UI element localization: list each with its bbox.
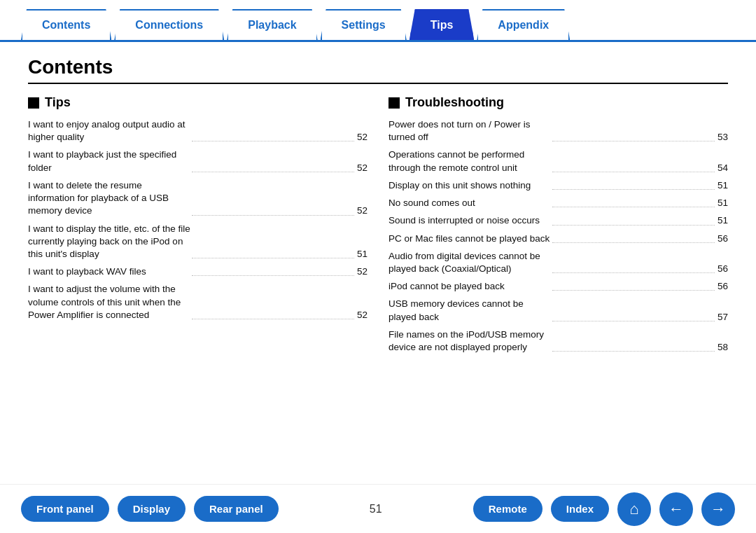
item-page: 52: [357, 309, 368, 321]
item-page: 51: [718, 214, 728, 227]
item-page: 52: [357, 162, 368, 174]
item-page: 52: [357, 265, 368, 278]
troubleshooting-header: Troubleshooting: [388, 95, 728, 110]
item-page: 52: [357, 205, 368, 217]
item-text: No sound comes out: [388, 197, 551, 209]
tips-section: Tips I want to enjoy analog output audio…: [28, 95, 368, 359]
troubleshooting-icon: [388, 97, 400, 109]
dots: [552, 172, 715, 172]
item-text: File names on the iPod/USB memory device…: [388, 328, 551, 354]
dots: [552, 207, 715, 207]
item-text: Operations cannot be performed through t…: [388, 148, 551, 174]
item-text: iPod cannot be played back: [388, 280, 551, 293]
item-page: 56: [718, 263, 728, 275]
list-item: I want to playback WAV files 52: [28, 265, 368, 278]
tab-playback[interactable]: Playback: [227, 9, 317, 40]
dots: [192, 319, 354, 319]
item-text: USB memory devices cannot be played back: [388, 298, 551, 323]
bottom-right-buttons: Remote Index ⌂ ← →: [473, 492, 735, 526]
tips-header: Tips: [28, 95, 368, 110]
troubleshooting-list: Power does not turn on / Power is turned…: [388, 118, 728, 354]
dots: [552, 290, 715, 291]
list-item: I want to display the title, etc. of the…: [28, 223, 368, 261]
item-page: 56: [718, 233, 728, 245]
item-page: 57: [718, 311, 728, 324]
item-page: 56: [718, 280, 728, 293]
item-text: I want to display the title, etc. of the…: [28, 223, 190, 261]
dots: [192, 275, 354, 276]
dots: [552, 321, 715, 321]
list-item: I want to enjoy analog output audio at h…: [28, 118, 368, 144]
item-page: 51: [357, 248, 368, 261]
dots: [192, 172, 354, 172]
rear-panel-button[interactable]: Rear panel: [194, 496, 279, 522]
tab-connections[interactable]: Connections: [114, 9, 224, 40]
dots: [192, 215, 354, 216]
item-page: 54: [718, 162, 728, 174]
index-button[interactable]: Index: [551, 496, 609, 522]
item-text: Display on this unit shows nothing: [388, 179, 551, 192]
home-button[interactable]: ⌂: [617, 492, 651, 526]
item-page: 51: [718, 197, 728, 209]
dots: [552, 272, 715, 273]
bottom-navigation: Front panel Display Rear panel 51 Remote…: [0, 484, 756, 533]
dots: [552, 189, 715, 190]
item-text: PC or Mac files cannot be played back: [388, 233, 551, 245]
item-page: 51: [718, 179, 728, 192]
tab-settings[interactable]: Settings: [321, 9, 407, 40]
list-item: PC or Mac files cannot be played back 56: [388, 233, 728, 245]
page-number: 51: [370, 503, 382, 515]
item-text: I want to adjust the volume with the vol…: [28, 283, 190, 321]
item-text: Power does not turn on / Power is turned…: [388, 118, 551, 144]
tab-appendix[interactable]: Appendix: [477, 9, 570, 40]
list-item: I want to delete the resume information …: [28, 179, 368, 218]
forward-button[interactable]: →: [701, 492, 735, 526]
dots: [552, 242, 715, 243]
troubleshooting-title: Troubleshooting: [405, 95, 504, 110]
page-title: Contents: [28, 56, 728, 84]
remote-button[interactable]: Remote: [473, 496, 542, 522]
item-page: 58: [718, 341, 728, 354]
top-navigation: Contents Connections Playback Settings T…: [0, 0, 756, 42]
tips-title: Tips: [45, 95, 71, 110]
display-button[interactable]: Display: [118, 496, 186, 522]
forward-icon: →: [710, 500, 726, 518]
item-text: Sound is interrupted or noise occurs: [388, 214, 551, 227]
list-item: I want to playback just the specified fo…: [28, 148, 368, 174]
dots: [192, 141, 354, 141]
item-page: 52: [357, 131, 368, 144]
tab-tips[interactable]: Tips: [410, 9, 475, 40]
main-content: Contents Tips I want to enjoy analog out…: [0, 42, 756, 484]
item-text: Audio from digital devices cannot be pla…: [388, 250, 551, 275]
content-grid: Tips I want to enjoy analog output audio…: [28, 95, 728, 359]
bottom-left-buttons: Front panel Display Rear panel: [21, 496, 279, 522]
list-item: Operations cannot be performed through t…: [388, 148, 728, 174]
dots: [552, 351, 715, 352]
dots: [552, 141, 715, 141]
list-item: USB memory devices cannot be played back…: [388, 298, 728, 323]
front-panel-button[interactable]: Front panel: [21, 496, 109, 522]
list-item: I want to adjust the volume with the vol…: [28, 283, 368, 321]
list-item: Audio from digital devices cannot be pla…: [388, 250, 728, 275]
item-text: I want to enjoy analog output audio at h…: [28, 118, 190, 144]
troubleshooting-section: Troubleshooting Power does not turn on /…: [388, 95, 728, 359]
list-item: File names on the iPod/USB memory device…: [388, 328, 728, 354]
list-item: Display on this unit shows nothing 51: [388, 179, 728, 192]
tips-list: I want to enjoy analog output audio at h…: [28, 118, 368, 321]
tips-icon: [28, 97, 39, 109]
dots: [552, 225, 715, 226]
item-text: I want to playback WAV files: [28, 265, 190, 278]
item-text: I want to delete the resume information …: [28, 179, 190, 218]
item-text: I want to playback just the specified fo…: [28, 148, 190, 174]
list-item: Sound is interrupted or noise occurs 51: [388, 214, 728, 227]
back-icon: ←: [668, 500, 684, 518]
list-item: No sound comes out 51: [388, 197, 728, 209]
home-icon: ⌂: [629, 500, 638, 518]
list-item: Power does not turn on / Power is turned…: [388, 118, 728, 144]
back-button[interactable]: ←: [659, 492, 693, 526]
list-item: iPod cannot be played back 56: [388, 280, 728, 293]
item-page: 53: [718, 131, 728, 144]
tab-contents[interactable]: Contents: [21, 9, 111, 40]
dots: [192, 258, 354, 258]
